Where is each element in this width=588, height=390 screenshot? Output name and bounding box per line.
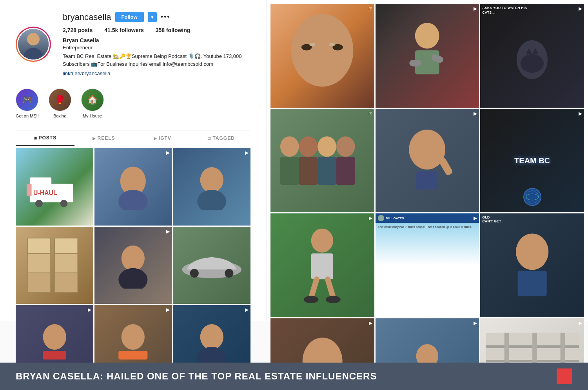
profile-title: Entrepreneur [63, 45, 250, 51]
following-stat[interactable]: 358 following [156, 27, 191, 33]
follow-button[interactable]: Follow [115, 12, 144, 22]
truck-svg: U-HAUL [24, 156, 85, 218]
svg-rect-24 [118, 351, 147, 359]
svg-point-7 [118, 190, 147, 210]
video-icon-3: ▶ [245, 150, 249, 155]
svg-rect-10 [27, 273, 51, 292]
rg-corner-icon-6: ▶ [579, 111, 582, 116]
svg-rect-30 [310, 43, 315, 47]
right-grid-item-8[interactable]: BILL GATES The world today has 7 billion… [376, 213, 479, 317]
avatar-container [16, 27, 51, 62]
highlight-item-2[interactable]: 🥊 Boxing [49, 88, 71, 118]
right-grid-item-7[interactable]: ▶ [270, 213, 374, 317]
profile-header: bryancasella Follow ▾ ••• 2,728 posts 41… [16, 12, 250, 77]
rg-corner-icon-11: ▶ [474, 320, 477, 326]
svg-text:U-HAUL: U-HAUL [33, 189, 57, 196]
posts-stat: 2,728 posts [63, 27, 93, 33]
svg-point-25 [200, 324, 223, 350]
asks-you-text: ASKS YOU TO WATCH HISCATS... [482, 6, 527, 15]
video-icon-5: ▶ [166, 229, 170, 234]
grid-item-1[interactable]: U-HAUL [16, 148, 93, 226]
main-content: bryancasella Follow ▾ ••• 2,728 posts 41… [0, 0, 588, 321]
grid-item-4[interactable] [16, 227, 93, 304]
bill-gates-text: The world today has 7 billion people. Th… [376, 223, 479, 232]
svg-rect-22 [43, 351, 66, 359]
svg-point-41 [299, 136, 318, 157]
svg-rect-4 [27, 184, 32, 196]
banner-red-box [557, 368, 572, 384]
grid-item-6[interactable] [173, 227, 250, 304]
svg-point-16 [122, 246, 145, 271]
grid-item-5[interactable]: ▶ [94, 227, 172, 304]
rg-corner-icon-12: ▶ [579, 320, 582, 326]
avatar [17, 28, 50, 61]
svg-line-57 [328, 279, 333, 298]
tab-tagged[interactable]: ⊡ TAGGED [192, 130, 250, 146]
rg-corner-icon-4: ⊡ [368, 111, 372, 116]
highlight-label-3: My House [83, 114, 102, 118]
highlight-label-1: Get on MS!! [16, 114, 39, 118]
svg-point-20 [225, 269, 233, 278]
highlight-item-1[interactable]: 🎮 Get on MS!! [16, 88, 39, 118]
svg-point-8 [200, 167, 223, 192]
grid-item-3[interactable]: ▶ [173, 148, 250, 226]
svg-point-58 [304, 296, 319, 303]
svg-line-56 [311, 279, 317, 298]
tab-posts[interactable]: ⊞ POSTS [16, 130, 74, 146]
rg-corner-icon-8: ▶ [474, 215, 477, 221]
right-grid-item-5[interactable]: ▶ [376, 109, 479, 213]
profile-name: Bryan Casella [63, 37, 250, 43]
highlight-label-2: Boxing [53, 114, 67, 118]
svg-rect-61 [518, 271, 547, 296]
right-panel: ⊡ ▶ ASKS YOU TO WATCH HISCATS [267, 0, 588, 321]
right-grid: ⊡ ▶ ASKS YOU TO WATCH HISCATS [270, 4, 584, 390]
tab-igtv[interactable]: ▶ IGTV [133, 130, 192, 146]
svg-rect-31 [330, 43, 335, 47]
followers-stat[interactable]: 41.5k followers [104, 27, 143, 33]
svg-point-43 [336, 136, 355, 157]
dropdown-button[interactable]: ▾ [148, 12, 157, 22]
tab-reels[interactable]: ▶ REELS [74, 130, 133, 146]
svg-rect-12 [27, 254, 51, 273]
right-grid-item-4[interactable]: ⊡ [270, 109, 374, 213]
posts-icon: ⊞ [34, 136, 37, 140]
more-button[interactable]: ••• [161, 13, 171, 21]
username: bryancasella [63, 12, 111, 22]
video-icon-7: ▶ [88, 307, 91, 312]
tagged-icon: ⊡ [207, 136, 211, 141]
svg-rect-15 [54, 238, 78, 254]
svg-point-32 [415, 23, 439, 49]
right-grid-item-6[interactable]: TEAM BC ▶ [480, 109, 584, 213]
video-icon-8: ▶ [166, 307, 170, 312]
svg-rect-49 [416, 172, 438, 190]
right-grid-item-9[interactable]: OLDCAN'T GET [480, 213, 584, 317]
highlights-row: 🎮 Get on MS!! 🥊 Boxing 🏠 My House [16, 85, 250, 122]
bottom-banner: BRYAN CASELLA: HAILED ONE OF THE TOP REA… [0, 363, 588, 390]
highlight-item-3[interactable]: 🏠 My House [81, 88, 104, 118]
svg-point-54 [311, 229, 333, 253]
profile-link[interactable]: linktr.ee/bryancasella [63, 70, 110, 76]
svg-point-59 [326, 296, 341, 303]
right-grid-item-2[interactable]: ▶ [376, 4, 479, 108]
svg-rect-45 [299, 157, 318, 184]
igtv-icon: ▶ [154, 136, 157, 141]
rg-corner-icon-3: ▶ [579, 6, 582, 11]
svg-point-23 [122, 324, 145, 350]
svg-point-19 [190, 269, 199, 278]
username-row: bryancasella Follow ▾ ••• [63, 12, 250, 22]
profile-bio: Team BC Real Estate 🏡🔑🏆Supreme Being Pod… [63, 52, 250, 68]
right-grid-item-3[interactable]: ASKS YOU TO WATCH HISCATS... ▶ [480, 4, 584, 108]
svg-point-9 [197, 190, 226, 210]
svg-rect-46 [318, 157, 336, 184]
svg-point-60 [516, 234, 548, 270]
grid-item-2[interactable]: ▶ [94, 148, 172, 226]
rg-corner-icon-2: ▶ [474, 6, 477, 11]
svg-point-27 [291, 14, 354, 87]
highlight-circle-1: 🎮 [16, 88, 38, 111]
bill-gates-header: BILL GATES [376, 213, 479, 223]
svg-rect-47 [336, 157, 355, 184]
profile-photo [18, 29, 49, 60]
right-grid-item-1[interactable]: ⊡ [270, 4, 374, 108]
svg-rect-44 [280, 157, 299, 184]
video-icon-9: ▶ [245, 307, 249, 312]
